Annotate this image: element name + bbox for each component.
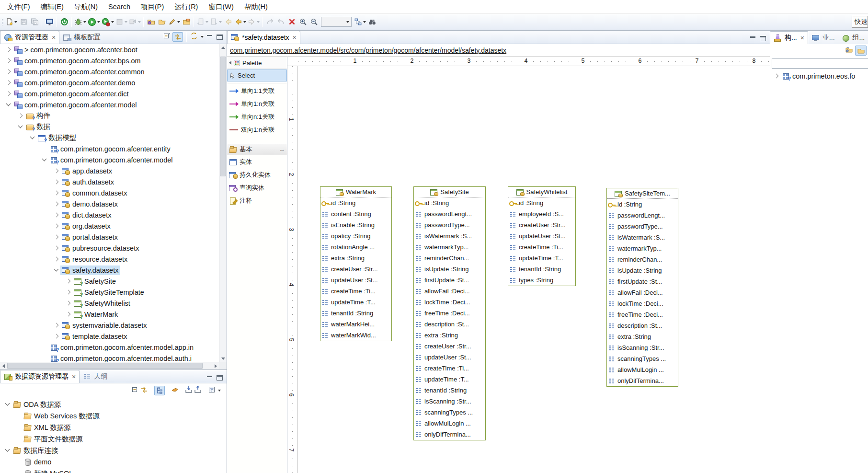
entity-field[interactable]: reminderChan...: [414, 253, 485, 264]
entity-field[interactable]: description :St...: [414, 319, 485, 330]
entity-field[interactable]: watermarkTyp...: [607, 243, 678, 254]
entity-field[interactable]: createTime :Ti...: [508, 242, 575, 253]
run-button[interactable]: [87, 16, 101, 28]
expander-icon[interactable]: [17, 112, 24, 120]
expander-icon[interactable]: [53, 189, 60, 197]
maximize-editor-button[interactable]: [759, 35, 767, 42]
menu-item[interactable]: 运行(R): [169, 0, 203, 13]
diagram-canvas[interactable]: WaterMark id :String content :String: [298, 66, 770, 473]
entity-field[interactable]: tenantId :String: [508, 264, 575, 275]
entity-field[interactable]: passwordLengt...: [414, 208, 485, 219]
tree-row[interactable]: auth.datasetx: [0, 176, 219, 187]
expander-icon[interactable]: [53, 211, 60, 219]
undo-button-disabled[interactable]: [264, 16, 275, 28]
entity-field[interactable]: passwordType...: [607, 221, 678, 232]
tree-row[interactable]: pubresource.datasetx: [0, 242, 219, 254]
link-with-editor-button[interactable]: [172, 32, 183, 42]
entity-field[interactable]: tenantId :String: [414, 385, 485, 396]
entity-field[interactable]: description :St...: [607, 320, 678, 331]
filter-button[interactable]: [208, 386, 216, 395]
expander-icon[interactable]: [41, 344, 48, 351]
entity-field[interactable]: passwordType...: [414, 219, 485, 231]
entity-field[interactable]: updateTime :T...: [414, 374, 485, 385]
zoom-combo-arrow[interactable]: [346, 21, 349, 23]
entity-field[interactable]: isEnable :String: [320, 219, 391, 231]
scrollbar-thumb[interactable]: [7, 363, 203, 369]
open-folder-button[interactable]: [157, 16, 167, 28]
entity-field[interactable]: updateTime :T...: [508, 253, 575, 264]
tree-row[interactable]: com.primeton.eos.fo: [770, 70, 868, 81]
entity-field[interactable]: updateUser :St...: [508, 231, 575, 242]
collapse-all-button[interactable]: [131, 386, 139, 395]
entity-title[interactable]: SafetySiteTem...: [607, 188, 678, 199]
maximize-view-button[interactable]: [216, 375, 224, 381]
palette-item[interactable]: 注释: [227, 194, 287, 207]
tree-row[interactable]: 平面文件数据源: [0, 433, 227, 445]
entity-node[interactable]: SafetySite id :String passwordLengt...: [413, 186, 486, 440]
save-all-button[interactable]: [29, 16, 40, 28]
expander-icon[interactable]: [65, 277, 72, 285]
tree-row[interactable]: com.primeton.gocom.afcenter.entity: [0, 143, 219, 154]
entity-field[interactable]: types :String: [508, 275, 575, 286]
entity-field[interactable]: lockTime :Deci...: [607, 298, 678, 309]
entity-field[interactable]: createUser :Str...: [414, 341, 485, 352]
entity-field[interactable]: firstUpdate :St...: [607, 276, 678, 287]
expander-icon[interactable]: [29, 134, 36, 142]
entity-field[interactable]: isWatermark :S...: [607, 232, 678, 243]
expander-icon[interactable]: [65, 311, 72, 318]
entity-field[interactable]: extra :String: [320, 253, 391, 264]
tree-row[interactable]: Web Services 数据源: [0, 410, 227, 422]
palette-tool[interactable]: 双向1:n关联: [227, 123, 287, 136]
tree-mode-button[interactable]: [154, 386, 165, 395]
tree-row[interactable]: SafetyWhitelist: [0, 298, 219, 309]
expander-icon[interactable]: [5, 57, 12, 65]
link-with-editor-button[interactable]: [140, 386, 148, 395]
annotate-dropdown-arrow[interactable]: [177, 21, 180, 23]
tree-row[interactable]: demo: [0, 456, 227, 468]
palette-header[interactable]: Palette: [227, 57, 287, 69]
previous-annotation-button-disabled[interactable]: [196, 16, 209, 28]
tree-row[interactable]: demo.datasetx: [0, 198, 219, 209]
expander-icon[interactable]: [41, 145, 48, 153]
entity-field[interactable]: updateUser :St...: [414, 352, 485, 363]
expander-icon[interactable]: [14, 458, 22, 466]
tree-row[interactable]: 数据: [0, 121, 219, 132]
entity-field[interactable]: scanningTypes ...: [414, 407, 485, 418]
minimize-editor-button[interactable]: [749, 35, 757, 42]
expander-icon[interactable]: [41, 355, 48, 362]
entity-field[interactable]: onlyDifTermina...: [414, 429, 485, 440]
debug-button[interactable]: [74, 16, 87, 28]
minimize-view-button[interactable]: [206, 375, 214, 381]
explorer-horizontal-scrollbar[interactable]: [0, 362, 219, 369]
zoom-combo[interactable]: [321, 17, 352, 27]
entity-field[interactable]: freeTime :Deci...: [607, 309, 678, 320]
tab-close-icon[interactable]: ×: [800, 34, 804, 42]
tree-row[interactable]: com.primeton.gocom.afcenter.model.app.in: [0, 342, 219, 353]
entity-node[interactable]: SafetyWhitelist id :String employeeId :S…: [508, 186, 576, 286]
entity-field[interactable]: createTime :Ti...: [320, 286, 391, 297]
palette-item[interactable]: 查询实体: [227, 181, 287, 194]
expander-icon[interactable]: [65, 288, 72, 296]
scroll-up-arrow[interactable]: [219, 44, 227, 51]
server-start-button[interactable]: [59, 16, 69, 28]
zoom-out-button[interactable]: [308, 16, 319, 28]
expander-icon[interactable]: [5, 46, 12, 54]
scroll-right-arrow[interactable]: [212, 362, 219, 370]
tab-organization[interactable]: 组...: [838, 31, 868, 44]
tab-resource-explorer[interactable]: 资源管理器 ×: [0, 31, 59, 44]
next-annotation-dropdown[interactable]: [219, 21, 222, 23]
tree-row[interactable]: app.datasetx: [0, 165, 219, 176]
entity-field[interactable]: reminderChan...: [607, 254, 678, 265]
layout-dropdown-arrow[interactable]: [363, 21, 366, 23]
tab-template-config[interactable]: 模板配置: [59, 31, 104, 44]
export-button[interactable]: [194, 386, 202, 395]
tree-row[interactable]: com.primeton.gocom.afcenter.demo: [0, 77, 219, 88]
tree-row[interactable]: 数据库连接: [0, 445, 227, 456]
tab-outline[interactable]: 大纲: [80, 370, 111, 383]
tree-row[interactable]: resource.datasetx: [0, 254, 219, 265]
tree-row[interactable]: > com.primeton.gocom.afcenter.boot: [0, 44, 219, 55]
entity-field[interactable]: rotationAngle ...: [320, 242, 391, 253]
tab-close-icon[interactable]: ×: [52, 34, 56, 41]
entity-field[interactable]: isWatermark :S...: [414, 231, 485, 242]
tree-row[interactable]: dict.datasetx: [0, 209, 219, 220]
